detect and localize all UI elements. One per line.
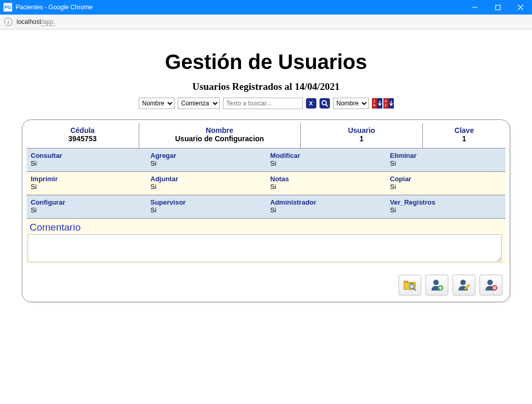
url-path: /app. xyxy=(41,18,55,26)
close-icon xyxy=(517,4,524,10)
perm-label: Adjuntar xyxy=(151,175,262,183)
close-button[interactable] xyxy=(509,0,532,15)
perm-label: Copiar xyxy=(390,175,502,183)
perm-cell: AgregarSi xyxy=(147,149,267,171)
maximize-button[interactable] xyxy=(486,0,509,15)
perm-cell: ModificarSi xyxy=(266,149,386,171)
comment-label: Comentario xyxy=(30,222,506,233)
perm-row: ImprimirSiAdjuntarSiNotasSiCopiarSi xyxy=(26,172,506,195)
svg-point-4 xyxy=(322,101,326,105)
perm-value: Si xyxy=(270,183,382,191)
clear-search-button[interactable]: X xyxy=(306,98,316,109)
perm-label: Supervisor xyxy=(151,198,262,206)
sort-asc-button[interactable]: AZ xyxy=(383,98,394,109)
perm-cell: ConfigurarSi xyxy=(26,195,147,218)
perm-value: Si xyxy=(390,206,502,214)
url-bar: i localhost/app. xyxy=(0,15,532,30)
field-select[interactable]: Nombre xyxy=(139,98,175,109)
page-subtitle: Usuarios Registrados al 14/04/2021 xyxy=(6,81,526,92)
perm-value: Si xyxy=(270,159,382,167)
perm-label: Agregar xyxy=(151,152,262,159)
perm-value: Si xyxy=(151,206,262,214)
perm-cell: NotasSi xyxy=(266,172,386,195)
perm-label: Eliminar xyxy=(390,152,502,159)
hdr-nombre: Nombre Usuario de Configuracion xyxy=(139,123,301,149)
user-delete-icon xyxy=(484,278,498,292)
perm-cell: ConsultarSi xyxy=(26,149,147,171)
perm-cell: EliminarSi xyxy=(386,149,506,171)
perm-value: Si xyxy=(151,183,262,191)
add-user-button[interactable] xyxy=(425,275,448,295)
perm-label: Imprimir xyxy=(31,175,142,183)
arrow-down-icon xyxy=(378,100,382,106)
perm-label: Configurar xyxy=(31,198,142,206)
svg-point-6 xyxy=(409,284,414,289)
perm-row: ConfigurarSiSupervisorSiAdministradorSiV… xyxy=(26,195,506,219)
delete-user-button[interactable] xyxy=(480,275,502,295)
user-plus-icon xyxy=(430,278,444,292)
titlebar: PG Pacientes - Google Chrome xyxy=(0,0,532,15)
perm-value: Si xyxy=(390,159,502,167)
perm-label: Administrador xyxy=(270,198,382,206)
app-icon: PG xyxy=(3,3,12,12)
perm-value: Si xyxy=(31,183,142,191)
search-button[interactable] xyxy=(320,98,330,109)
perm-label: Consultar xyxy=(31,152,142,159)
search-input[interactable] xyxy=(223,99,302,108)
hdr-clave: Clave 1 xyxy=(423,123,506,149)
perm-value: Si xyxy=(31,159,142,167)
comment-textarea[interactable] xyxy=(28,234,502,262)
minimize-icon xyxy=(472,4,478,10)
perm-value: Si xyxy=(151,159,262,167)
match-select[interactable]: Comienza xyxy=(178,98,220,109)
url-host: localhost xyxy=(17,18,41,25)
svg-point-13 xyxy=(487,280,493,286)
svg-point-12 xyxy=(460,280,466,286)
svg-line-5 xyxy=(326,104,328,106)
hdr-usuario: Usuario 1 xyxy=(301,123,423,149)
window-title: Pacientes - Google Chrome xyxy=(16,4,463,11)
perm-label: Ver_Registros xyxy=(390,198,502,206)
sort-desc-icon: ZA xyxy=(372,98,377,109)
url-display[interactable]: localhost/app. xyxy=(17,18,55,25)
minimize-button[interactable] xyxy=(463,0,486,15)
user-card: Cédula 3945753 Nombre Usuario de Configu… xyxy=(22,119,510,302)
folder-search-icon xyxy=(403,278,417,292)
arrow-down-icon xyxy=(389,100,393,106)
edit-user-button[interactable] xyxy=(453,275,475,295)
perm-label: Notas xyxy=(270,175,382,183)
perm-cell: ImprimirSi xyxy=(26,172,147,195)
perm-value: Si xyxy=(270,206,382,214)
user-header-row: Cédula 3945753 Nombre Usuario de Configu… xyxy=(26,123,506,149)
perm-cell: AdministradorSi xyxy=(266,195,386,218)
search-icon xyxy=(321,100,328,107)
perm-cell: Ver_RegistrosSi xyxy=(386,195,506,218)
perm-value: Si xyxy=(31,206,142,214)
sort-desc-button[interactable]: ZA xyxy=(372,98,382,109)
perm-row: ConsultarSiAgregarSiModificarSiEliminarS… xyxy=(26,149,506,172)
svg-rect-1 xyxy=(496,5,500,10)
info-icon[interactable]: i xyxy=(4,18,12,26)
sort-asc-icon: AZ xyxy=(383,98,389,109)
hdr-cedula: Cédula 3945753 xyxy=(26,123,139,149)
sort-field-select[interactable]: Nombre xyxy=(333,98,369,109)
perm-cell: CopiarSi xyxy=(386,172,506,195)
search-bar: Nombre Comienza X Nombre ZA xyxy=(6,98,526,109)
perm-cell: AdjuntarSi xyxy=(147,172,267,195)
maximize-icon xyxy=(495,5,501,10)
perm-label: Modificar xyxy=(270,152,382,159)
perm-cell: SupervisorSi xyxy=(147,195,267,218)
perm-value: Si xyxy=(390,183,502,191)
page-title: Gestión de Usuarios xyxy=(6,50,526,74)
svg-point-8 xyxy=(433,280,439,286)
view-user-button[interactable] xyxy=(398,275,421,295)
action-bar xyxy=(26,275,506,295)
user-edit-icon xyxy=(457,278,471,292)
